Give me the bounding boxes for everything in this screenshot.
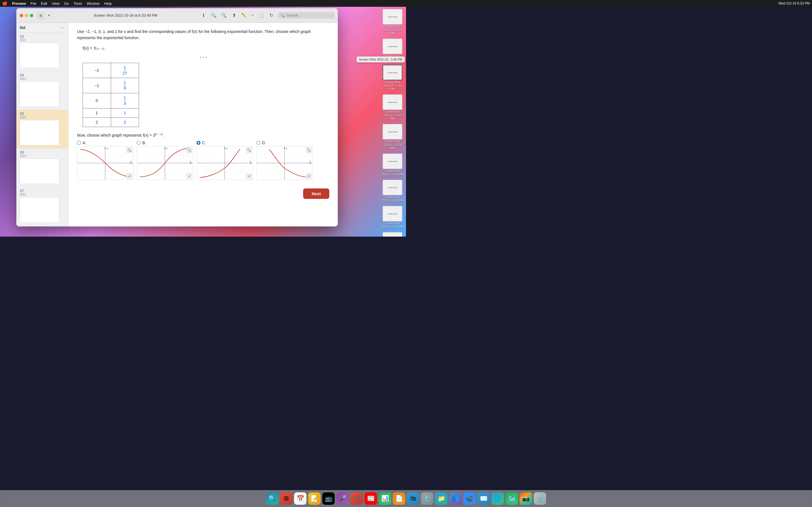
apple-menu[interactable]: 🍎 (2, 1, 8, 6)
desktop-icon-tooltip: Screen Shot Screen Shot2022-10...3.40 PM… (380, 64, 405, 92)
svg-text:y: y (107, 147, 108, 150)
svg-text:x: x (250, 160, 251, 163)
desktop-icon-7[interactable]: Screen Shot Screen Shot2022-10...5.01 PM (380, 231, 405, 237)
maximize-button[interactable] (30, 14, 33, 17)
title-bar: ⊞ ▼ Screen Shot 2022-10-19 at 6.33.40 PM… (16, 8, 338, 23)
page-date-27: 2022 (20, 193, 65, 196)
function-exponent: (x − 1) (96, 47, 104, 50)
menubar-help[interactable]: Help (104, 1, 112, 6)
graph-A-ext[interactable]: ↗ (126, 173, 132, 179)
choose-exponent: (x − 1) (155, 133, 162, 135)
graph-D-ext[interactable]: ↗ (306, 173, 312, 179)
zoom-in-icon[interactable]: 🔍 (220, 12, 227, 19)
table-row: 2 3 (83, 117, 139, 127)
graph-A-container: y x 🔍 ↗ (77, 146, 133, 180)
desktop-icon-thumb-3: Screen Shot (383, 124, 402, 139)
graph-B-ext[interactable]: ↗ (186, 173, 192, 179)
page-item-25[interactable]: 25 2022 (16, 110, 68, 149)
page-item-28[interactable]: 28 2022 (16, 226, 68, 226)
table-row: −1 1 9 (83, 78, 139, 93)
svg-text:x: x (130, 160, 132, 163)
desktop-icon-thumb-7: Screen Shot (383, 232, 402, 237)
menubar-tools[interactable]: Tools (73, 1, 82, 6)
crop-icon[interactable]: ⬜ (258, 12, 264, 19)
table-cell-x-1: 1 (83, 108, 111, 117)
table-cell-fx-2: 3 (111, 117, 139, 127)
desktop-icon-1[interactable]: Screen Shot Screen Shot2022-6... (380, 38, 405, 62)
choice-C-label-row: C. (197, 140, 206, 145)
next-button[interactable]: Next (303, 188, 329, 199)
menubar-view[interactable]: View (52, 1, 60, 6)
fraction-den-0: 3 (124, 101, 126, 106)
desktop-icon-6[interactable]: Screen Shot Screen Shot2022-0...3.08 PM (380, 205, 405, 230)
desktop-icon-3[interactable]: Screen Shot Screen Shot2022-0...24.24 AM (380, 123, 405, 151)
sidebar-toggle-button[interactable]: ⊞ (37, 12, 45, 19)
graph-D-zoom[interactable]: 🔍 (306, 147, 312, 153)
menubar-edit[interactable]: Edit (41, 1, 47, 6)
pen-icon[interactable]: ✏️ (241, 12, 248, 19)
desktop-icon-5[interactable]: Screen Shot Screen Shot2022-0...8.39 PM (380, 179, 405, 204)
table-row: 1 1 (83, 108, 139, 117)
table-cell-x-neg2: −2 (83, 63, 111, 78)
choose-text-prefix: Now, choose which graph represents f(x) … (77, 133, 155, 137)
page-item-26[interactable]: 26 2022 (16, 149, 68, 187)
radio-C[interactable] (197, 141, 200, 145)
desktop-icon-label-2: Screen Shot2022-0...23.00 AM (381, 110, 404, 121)
graph-C-ext[interactable]: ↗ (246, 173, 252, 179)
menubar-app[interactable]: Preview (12, 1, 26, 6)
page-number-26: 26 (20, 150, 65, 154)
page-thumb-25 (20, 120, 59, 145)
graph-A-zoom[interactable]: 🔍 (126, 147, 132, 153)
share-icon[interactable]: ⬆ (231, 12, 238, 19)
page-item-24[interactable]: 24 2022 (16, 71, 68, 110)
choice-A-label-row: A. (77, 140, 86, 145)
page-thumb-24 (20, 81, 59, 107)
desktop-icon-4[interactable]: Screen Shot Screen Shot2022-0...8.30 PM (380, 152, 405, 177)
desktop-icon-2[interactable]: Screen Shot Screen Shot2022-0...23.00 AM (380, 93, 405, 122)
choice-D-letter: D. (262, 140, 266, 145)
window-title: Screen Shot 2022-10-19 at 6.33.40 PM (54, 13, 197, 17)
radio-A[interactable] (77, 141, 81, 145)
desktop-icon-thumb-2: Screen Shot (383, 94, 402, 110)
page-number-23: 23 (20, 34, 65, 39)
graph-D-container: y x 🔍 ↗ (256, 146, 313, 180)
fraction-num-neg1: 1 (124, 80, 126, 86)
graph-B-container: y x 🔍 ↗ (137, 146, 193, 180)
graph-B-zoom[interactable]: 🔍 (186, 147, 192, 153)
svg-text:y: y (226, 147, 227, 150)
menubar-file[interactable]: File (31, 1, 36, 6)
menubar-go[interactable]: Go (64, 1, 69, 6)
page-item-23[interactable]: 23 2022 (16, 33, 68, 71)
choice-C-letter: C. (202, 140, 206, 145)
choice-A: A. (77, 140, 133, 180)
page-thumb-23 (20, 43, 59, 68)
question-text: Use −2, −1, 0, 1, and 2 for x and find t… (77, 29, 329, 41)
radio-D[interactable] (256, 141, 260, 145)
divider-dots: • • • (77, 55, 329, 60)
svg-text:y: y (166, 147, 168, 150)
menubar: 🍎 Preview File Edit View Go Tools Window… (0, 0, 406, 7)
table-cell-x-neg1: −1 (83, 78, 111, 93)
search-input[interactable] (287, 13, 332, 17)
zoom-out-icon[interactable]: 🔍 (210, 12, 217, 19)
close-button[interactable] (20, 14, 23, 17)
table-cell-fx-1: 1 (111, 108, 139, 117)
fraction-neg1: 1 9 (124, 80, 126, 91)
svg-marker-38 (224, 147, 225, 149)
page-item-27[interactable]: 27 2022 (16, 187, 68, 226)
radio-B[interactable] (137, 141, 141, 145)
svg-text:x: x (190, 160, 192, 163)
desktop-icon-0[interactable]: Screen Shot Screen Shot2022-10...2.47 PM (380, 8, 405, 36)
menubar-window[interactable]: Window (87, 1, 100, 6)
svg-text:y: y (286, 147, 287, 150)
search-icon: 🔍 (280, 13, 285, 17)
rotate-icon[interactable]: ↻ (268, 12, 274, 19)
choose-text: Now, choose which graph represents f(x) … (77, 133, 329, 137)
search-box[interactable]: 🔍 (278, 12, 335, 18)
page-date-25: 2022 (20, 116, 65, 119)
graph-C-zoom[interactable]: 🔍 (246, 147, 252, 153)
page-date-23: 2022 (20, 39, 65, 42)
back-button[interactable]: ← (60, 25, 65, 30)
minimize-button[interactable] (25, 14, 28, 17)
info-icon[interactable]: ℹ (200, 12, 207, 19)
